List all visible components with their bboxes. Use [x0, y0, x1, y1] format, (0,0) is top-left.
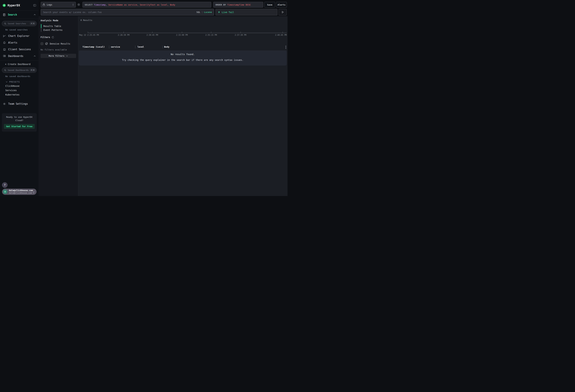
source-select[interactable]: Logs: [41, 2, 76, 7]
cmd-k-shortcut: ⌘ K: [30, 22, 36, 25]
search-icon: [4, 69, 6, 71]
time-axis-labels: May 22 2:25:45 PM 2:28:30 PM 2:30:45 PM …: [88, 34, 287, 36]
sidebar-item-label: Team Settings: [8, 102, 28, 105]
empty-state-panel: No results found. Try checking the query…: [79, 50, 287, 66]
column-header-body[interactable]: Body: [164, 46, 169, 48]
column-separator[interactable]: [109, 46, 109, 48]
select-keyword: SELECT: [85, 3, 93, 6]
sidebar-collapse-icon[interactable]: [33, 4, 36, 7]
order-by-input[interactable]: ORDER BY TimestampTime DESC: [213, 2, 263, 7]
help-button[interactable]: ?: [2, 182, 7, 188]
user-meta: dale@clickhouse.com dale@clickhouse.com'…: [9, 189, 31, 194]
gear-icon: [3, 102, 6, 105]
no-saved-searches-text: No saved searches: [5, 28, 39, 31]
saved-searches-search[interactable]: ⌘ K: [2, 21, 37, 26]
axis-tick: [152, 32, 152, 33]
empty-state-title: No results found.: [171, 53, 195, 56]
filters-panel: Analysis Mode Results Table Event Patter…: [39, 16, 78, 196]
denoise-checkbox[interactable]: [41, 42, 43, 45]
column-header-timestamp[interactable]: Timestamp (Local): [82, 46, 105, 48]
time-axis: [88, 32, 287, 33]
order-by-value: TimestampTime DESC: [227, 3, 251, 6]
select-clause-input[interactable]: SELECT Timestamp, ServiceName as service…: [82, 2, 211, 7]
save-button[interactable]: Save: [264, 2, 275, 7]
avatar: D: [3, 189, 7, 194]
bell-icon: [3, 41, 6, 44]
source-stack-icon: [42, 3, 45, 6]
more-filters-label: More filters: [48, 55, 64, 57]
analysis-mode-tabs: Results Table Event Patterns: [41, 24, 76, 32]
refresh-icon[interactable]: [52, 36, 54, 39]
axis-tick: [88, 32, 88, 33]
axis-tick: [240, 32, 241, 33]
table-options-kebab-icon[interactable]: [286, 46, 286, 49]
live-tail-label: Live Tail: [222, 11, 234, 14]
empty-state-hint: Try checking the query explainer in the …: [122, 59, 243, 61]
axis-tick: [283, 32, 283, 33]
denoise-results-option[interactable]: Denoise Results: [41, 42, 76, 45]
user-team: dale@clickhouse.com's: [9, 192, 31, 194]
sidebar: HyperDX Search ⌘ K No saved searches: [0, 0, 39, 196]
select-chevrons-icon: [72, 3, 74, 6]
tab-results-table[interactable]: Results Table: [41, 24, 76, 28]
content: Analysis Mode Results Table Event Patter…: [39, 16, 288, 196]
search-icon: [4, 23, 6, 25]
get-started-button[interactable]: Get Started for Free: [4, 124, 35, 129]
axis-tick: [123, 32, 124, 33]
sidebar-item-label: Search: [8, 13, 17, 16]
column-header-service[interactable]: service: [111, 46, 120, 48]
cloud-promo-card: Ready to use HyperDX Cloud? Get Started …: [2, 113, 37, 132]
filters-heading: Filters: [41, 36, 76, 39]
sidebar-item-label: Client Sessions: [8, 48, 31, 51]
dashboard-grid-icon: [3, 55, 6, 58]
denoise-icon: [45, 42, 48, 45]
user-menu[interactable]: D dale@clickhouse.com dale@clickhouse.co…: [2, 189, 37, 195]
sidebar-item-alerts[interactable]: Alerts: [0, 39, 39, 46]
presets-label: PRESETS: [9, 81, 20, 83]
sidebar-item-label: Alerts: [8, 41, 17, 44]
axis-label: 2:40:45 PM: [275, 34, 287, 36]
order-by-keyword: ORDER BY: [216, 3, 226, 6]
sidebar-nav: Chart Explorer Alerts Client Sessions Da…: [0, 33, 39, 61]
sidebar-item-team-settings[interactable]: Team Settings: [0, 100, 39, 107]
app-root: HyperDX Search ⌘ K No saved searches: [0, 0, 288, 196]
axis-label: 2:37:30 PM: [235, 34, 246, 36]
preset-kubernetes[interactable]: Kubernetes: [5, 93, 39, 96]
results-area: 0 Results May 22 2:25:45 PM 2:28:30 PM 2…: [78, 16, 288, 196]
search-input[interactable]: [41, 9, 214, 15]
select-rest-columns: ServiceName as service, SeverityText as …: [108, 3, 175, 6]
sql-mode-toggle[interactable]: SQL: [196, 11, 200, 13]
sidebar-header: HyperDX: [0, 0, 39, 11]
sidebar-item-search[interactable]: Search: [0, 11, 39, 19]
hyperdx-logo-icon: [2, 3, 6, 7]
column-separator[interactable]: [163, 46, 163, 48]
sidebar-item-label: Chart Explorer: [8, 35, 29, 38]
mode-divider: |: [201, 11, 203, 13]
results-count: 0 Results: [80, 19, 92, 22]
search-language-toggle: SQL | Lucene: [196, 9, 212, 15]
saved-dashboards-input[interactable]: [8, 69, 28, 71]
saved-dashboards-search[interactable]: ⌘ K: [2, 68, 37, 73]
sidebar-item-dashboards[interactable]: Dashboards: [0, 53, 39, 59]
denoise-label: Denoise Results: [50, 42, 70, 45]
lucene-mode-toggle[interactable]: Lucene: [204, 11, 212, 13]
select-first-column: Timestamp,: [94, 3, 107, 6]
column-header-level[interactable]: level: [138, 46, 144, 48]
preset-services[interactable]: Services: [5, 89, 39, 92]
create-dashboard-button[interactable]: + Create Dashboard: [5, 63, 39, 66]
presets-toggle[interactable]: PRESETS: [5, 81, 39, 83]
alerts-button[interactable]: Alerts: [276, 2, 287, 7]
column-separator[interactable]: [135, 46, 135, 48]
sidebar-item-client-sessions[interactable]: Client Sessions: [0, 46, 39, 53]
no-filters-text: No filters available: [41, 48, 76, 51]
run-query-button[interactable]: [279, 9, 287, 15]
live-tail-button[interactable]: Live Tail: [216, 9, 277, 15]
laptop-icon: [3, 48, 6, 51]
sidebar-item-chart-explorer[interactable]: Chart Explorer: [0, 33, 39, 39]
preset-clickhouse[interactable]: ClickHouse: [5, 85, 39, 88]
source-settings-gear-icon[interactable]: [77, 3, 80, 6]
saved-searches-input[interactable]: [8, 22, 28, 25]
more-filters-button[interactable]: More filters: [41, 54, 76, 58]
user-email: dale@clickhouse.com: [9, 189, 31, 192]
tab-event-patterns[interactable]: Event Patterns: [41, 28, 76, 32]
